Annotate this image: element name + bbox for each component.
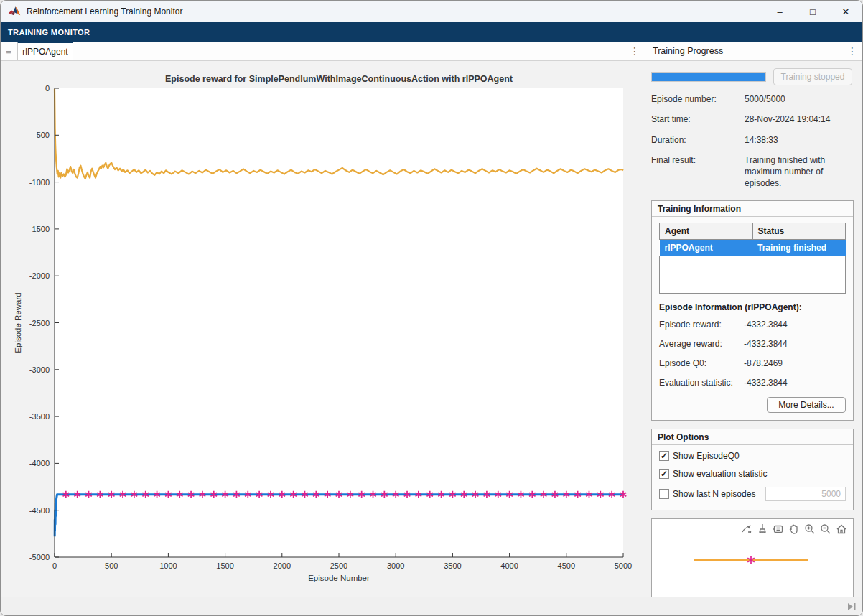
plot-options-panel: Plot Options ✓ Show EpisodeQ0 ✓ Show eva… [651, 429, 854, 510]
svg-text:-1000: -1000 [29, 178, 50, 187]
duration-label: Duration: [651, 135, 745, 146]
matlab-logo-icon [8, 6, 21, 17]
start-time-row: Start time: 28-Nov-2024 19:04:14 [651, 114, 854, 126]
svg-text:Episode Number: Episode Number [308, 574, 370, 582]
final-result-label: Final result: [651, 155, 745, 189]
progress-fill [652, 73, 765, 81]
episode-q0-value: -878.2469 [744, 358, 783, 368]
evaluation-statistic-row: Evaluation statistic: -4332.3844 [659, 378, 846, 388]
maximize-icon: □ [810, 6, 816, 17]
training-progress-panel: Training Progress ⋮ Training stopped Epi… [645, 42, 862, 597]
svg-text:-500: -500 [34, 131, 50, 139]
mini-plot-panel [651, 518, 854, 597]
document-tab-bar: ≡ rlPPOAgent ⋮ [1, 42, 645, 61]
episode-reward-chart[interactable]: 0500100015002000250030003500400045005000… [1, 61, 645, 598]
pan-icon[interactable] [788, 523, 800, 535]
expand-panel-button[interactable] [846, 602, 857, 611]
status-cell: Training finished [752, 240, 846, 256]
status-column-header[interactable]: Status [752, 223, 846, 240]
average-reward-row: Average reward: -4332.3844 [659, 339, 846, 349]
episode-number-row: Episode number: 5000/5000 [651, 94, 854, 106]
episode-reward-label: Episode reward: [659, 319, 744, 330]
last-n-episodes-input[interactable] [765, 487, 846, 501]
export-icon[interactable] [740, 523, 752, 535]
svg-text:-4000: -4000 [29, 459, 50, 467]
document-actions-kebab[interactable]: ⋮ [625, 42, 645, 60]
agents-table: Agent Status rlPPOAgent Training finishe… [659, 223, 846, 294]
svg-text:-5000: -5000 [29, 553, 50, 561]
training-information-title: Training Information [652, 201, 853, 217]
duration-row: Duration: 14:38:33 [651, 135, 854, 146]
training-progress-bar [651, 72, 766, 82]
datatip-icon[interactable] [772, 523, 784, 535]
table-empty-row [660, 256, 846, 294]
minimize-icon: – [777, 6, 782, 17]
show-evaluation-statistic-checkbox[interactable]: ✓ [659, 469, 669, 479]
docbar-menu-icon: ≡ [6, 46, 11, 57]
episode-reward-value: -4332.3844 [744, 319, 788, 330]
start-time-value: 28-Nov-2024 19:04:14 [745, 114, 854, 126]
duration-value: 14:38:33 [745, 135, 854, 146]
training-information-panel: Training Information Agent Status rlPPOA… [651, 200, 854, 421]
toolstrip: TRAINING MONITOR [1, 22, 862, 42]
docbar-menu-button[interactable]: ≡ [1, 42, 17, 60]
zoom-in-icon[interactable] [803, 523, 816, 535]
svg-text:2000: 2000 [274, 561, 291, 570]
svg-text:3500: 3500 [444, 561, 461, 570]
svg-text:500: 500 [105, 561, 118, 570]
show-last-n-episodes-checkbox[interactable] [659, 489, 669, 499]
svg-text:1000: 1000 [159, 561, 177, 570]
minimize-button[interactable]: – [763, 1, 796, 22]
average-reward-label: Average reward: [659, 339, 744, 349]
episode-information-title: Episode Information (rlPPOAgent): [659, 302, 846, 312]
plot-options-title: Plot Options [652, 429, 853, 445]
svg-text:1500: 1500 [216, 561, 233, 570]
svg-text:Episode Reward: Episode Reward [14, 292, 22, 353]
training-progress-kebab[interactable]: ⋮ [842, 45, 862, 57]
tab-label: rlPPOAgent [22, 47, 67, 57]
final-result-value: Training finished with maximum number of… [745, 155, 852, 189]
kebab-icon: ⋮ [630, 45, 640, 57]
right-panel-title: Training Progress [645, 46, 723, 56]
evaluation-statistic-label: Evaluation statistic: [659, 378, 744, 388]
more-details-button[interactable]: More Details... [767, 397, 846, 413]
episode-q0-row: Episode Q0: -878.2469 [659, 358, 846, 368]
evaluation-statistic-value: -4332.3844 [744, 378, 788, 388]
svg-text:0: 0 [52, 561, 57, 570]
episode-q0-label: Episode Q0: [659, 358, 744, 368]
svg-text:-4500: -4500 [29, 506, 50, 515]
zoom-out-icon[interactable] [819, 523, 831, 535]
episode-reward-row: Episode reward: -4332.3844 [659, 319, 846, 330]
svg-text:4500: 4500 [558, 561, 575, 570]
status-bar [1, 597, 862, 615]
close-button[interactable]: ✕ [829, 1, 862, 22]
episode-number-label: Episode number: [651, 94, 745, 106]
show-last-n-episodes-row: Show last N episodes [659, 487, 846, 501]
right-panel-header: Training Progress ⋮ [645, 42, 862, 61]
toolstrip-tab-training-monitor[interactable]: TRAINING MONITOR [1, 28, 97, 37]
maximize-button[interactable]: □ [796, 1, 829, 22]
svg-text:5000: 5000 [615, 561, 632, 570]
average-reward-value: -4332.3844 [744, 339, 788, 349]
final-result-row: Final result: Training finished with max… [651, 155, 854, 189]
agent-cell: rlPPOAgent [660, 240, 753, 256]
window-title: Reinforcement Learning Training Monitor [27, 6, 182, 17]
document-area: ≡ rlPPOAgent ⋮ Episode reward for Simple… [1, 42, 645, 597]
svg-text:-2500: -2500 [29, 319, 50, 327]
show-episodeq0-row: ✓ Show EpisodeQ0 [659, 451, 846, 461]
brush-icon[interactable] [756, 523, 768, 535]
restore-view-home-icon[interactable] [835, 523, 847, 535]
svg-text:3000: 3000 [387, 561, 404, 570]
axes-toolbar [740, 523, 847, 535]
tab-rlppoagent[interactable]: rlPPOAgent [17, 42, 73, 60]
kebab-icon: ⋮ [847, 45, 857, 57]
show-last-n-episodes-label: Show last N episodes [673, 489, 755, 499]
show-episodeq0-checkbox[interactable]: ✓ [659, 451, 669, 461]
svg-text:2500: 2500 [330, 561, 347, 570]
training-stopped-button[interactable]: Training stopped [773, 68, 852, 85]
table-header-row: Agent Status [660, 223, 846, 240]
table-row[interactable]: rlPPOAgent Training finished [660, 240, 846, 256]
show-episodeq0-label: Show EpisodeQ0 [673, 451, 740, 461]
svg-text:-2000: -2000 [29, 271, 50, 280]
agent-column-header[interactable]: Agent [660, 223, 753, 240]
